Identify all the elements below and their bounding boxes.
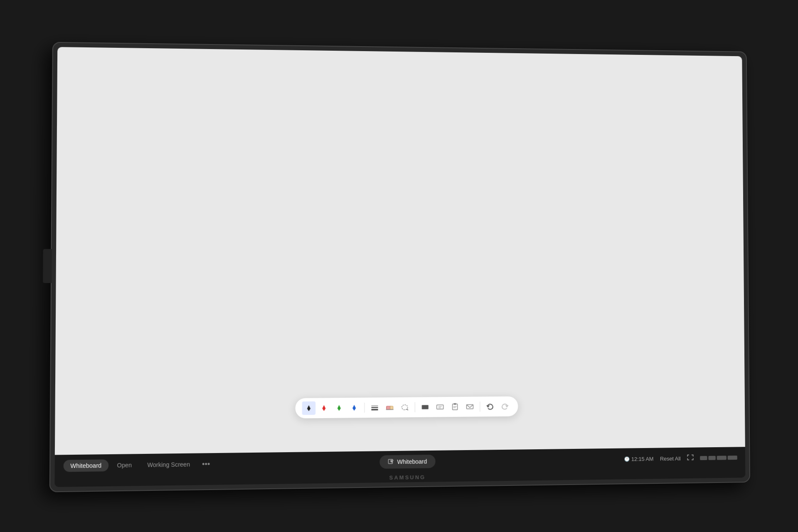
whiteboard-button-label: Whiteboard — [397, 458, 427, 465]
email-tool[interactable] — [463, 400, 477, 413]
brand-text: SAMSUNG — [389, 474, 426, 481]
whiteboard-center-button[interactable]: Whiteboard — [379, 455, 435, 469]
undo-button[interactable] — [483, 400, 497, 413]
tab-open-label: Open — [117, 462, 132, 469]
svg-marker-1 — [322, 405, 325, 411]
pen-black-tool[interactable] — [302, 401, 315, 415]
tab-working-screen-label: Working Screen — [147, 461, 190, 468]
svg-rect-17 — [454, 403, 456, 405]
port-1 — [700, 456, 707, 460]
svg-line-11 — [407, 409, 408, 410]
tab-working-screen[interactable]: Working Screen — [140, 458, 197, 471]
monitor-outer: Whiteboard Open Working Screen ••• — [49, 42, 750, 493]
textbox-tool[interactable] — [433, 400, 447, 414]
expand-icon — [687, 454, 694, 460]
more-options-button[interactable]: ••• — [199, 458, 214, 470]
note-tool[interactable] — [448, 400, 462, 414]
more-label: ••• — [202, 460, 210, 468]
clock-icon: 🕐 — [624, 456, 630, 462]
time-value: 12:15 AM — [631, 456, 654, 462]
taskbar-left: Whiteboard Open Working Screen ••• — [64, 458, 214, 472]
clock-display: 🕐 12:15 AM — [624, 456, 653, 462]
expand-button[interactable] — [687, 454, 694, 462]
lasso-tool[interactable] — [398, 401, 411, 414]
floating-toolbar — [295, 397, 518, 419]
port-indicators — [700, 456, 737, 460]
reset-all-label: Reset All — [660, 455, 681, 461]
port-3 — [717, 456, 727, 460]
separator-1 — [364, 403, 365, 413]
taskbar-center: Whiteboard — [379, 455, 435, 469]
svg-rect-8 — [390, 406, 393, 409]
svg-marker-2 — [337, 405, 341, 411]
svg-marker-3 — [352, 405, 356, 411]
whiteboard-screen[interactable] — [55, 47, 745, 455]
pen-red-tool[interactable] — [317, 401, 330, 415]
eraser-tool[interactable] — [383, 401, 397, 414]
svg-rect-13 — [437, 405, 443, 409]
edit-icon — [388, 459, 394, 465]
redo-button[interactable] — [498, 400, 512, 413]
port-4 — [728, 456, 737, 460]
pen-green-tool[interactable] — [332, 401, 346, 415]
tab-open[interactable]: Open — [110, 459, 139, 471]
shapes-tool[interactable] — [419, 400, 432, 414]
separator-2 — [415, 402, 415, 412]
monitor-wrapper: Whiteboard Open Working Screen ••• — [33, 25, 765, 507]
monitor-stand — [43, 249, 52, 283]
svg-rect-16 — [453, 404, 458, 410]
tab-whiteboard-label: Whiteboard — [70, 462, 101, 469]
pen-blue-tool[interactable] — [347, 401, 361, 415]
taskbar-right: 🕐 12:15 AM Reset All — [624, 454, 737, 463]
tab-whiteboard[interactable]: Whiteboard — [64, 459, 108, 472]
svg-rect-12 — [422, 405, 429, 409]
reset-all-button[interactable]: Reset All — [660, 455, 681, 461]
svg-marker-0 — [307, 405, 310, 411]
separator-3 — [480, 401, 480, 411]
line-thickness-tool[interactable] — [368, 401, 381, 414]
monitor-bezel: Whiteboard Open Working Screen ••• — [54, 47, 745, 487]
port-2 — [708, 456, 715, 460]
